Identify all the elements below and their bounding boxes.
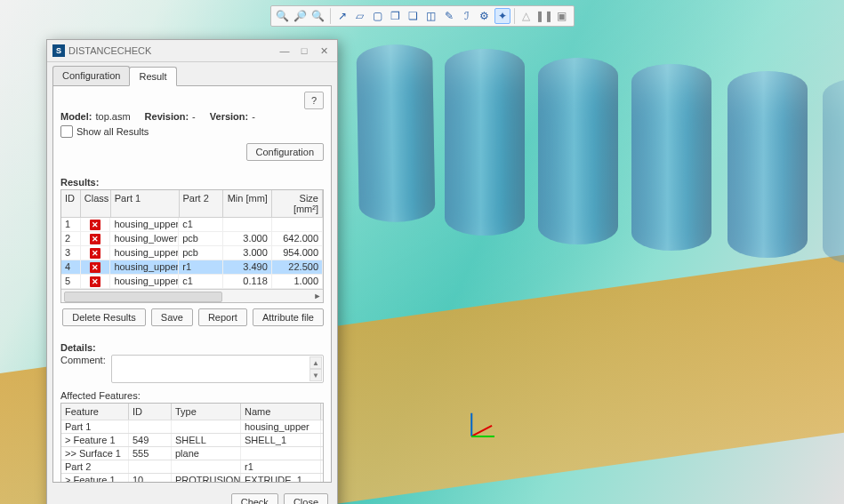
table-row[interactable]: 2✕housing_lowerpcb3.000642.000 [61, 232, 323, 246]
gear-icon[interactable]: ⚙ [477, 8, 493, 24]
show-all-label: Show all Results [76, 126, 149, 137]
col-part1[interactable]: Part 1 [111, 190, 180, 217]
dialog-titlebar[interactable]: S DISTANCECHECK — □ ✕ [47, 40, 337, 62]
error-icon: ✕ [90, 234, 100, 244]
col-id[interactable]: ID [61, 190, 81, 217]
col-fid[interactable]: ID [129, 404, 172, 420]
orientation-triad[interactable] [471, 400, 507, 436]
table-row[interactable]: > Feature 1549SHELLSHELL_1 [61, 434, 323, 447]
tab-result[interactable]: Result [129, 67, 176, 86]
dialog-title: DISTANCECHECK [68, 45, 151, 56]
col-type[interactable]: Type [172, 404, 241, 420]
results-grid[interactable]: ID Class Part 1 Part 2 Min [mm] Size [mm… [60, 189, 324, 303]
maximize-button[interactable]: □ [294, 43, 314, 59]
box-icon[interactable]: ▢ [370, 8, 386, 24]
table-row[interactable]: 5✕housing_upperc10.1181.000 [61, 275, 323, 289]
error-icon: ✕ [90, 248, 100, 259]
table-row[interactable]: 4✕housing_upperr13.49022.500 [61, 260, 323, 275]
zoom-window-icon[interactable]: 🔎 [293, 8, 309, 24]
revision-label: Revision: [145, 111, 189, 122]
edge-icon[interactable]: ▱ [352, 8, 368, 24]
col-part2[interactable]: Part 2 [180, 190, 223, 217]
tab-strip: Configuration Result [47, 62, 337, 85]
stop-icon[interactable]: ▣ [554, 8, 570, 24]
attribute-file-button[interactable]: Attribute file [253, 308, 324, 326]
version-label: Version: [210, 111, 248, 122]
check-button[interactable]: Check [231, 493, 278, 504]
toolbar-separator [330, 8, 331, 24]
table-row[interactable]: Part 1housing_upper [61, 420, 323, 434]
pencil-icon[interactable]: ✎ [441, 8, 457, 24]
col-name[interactable]: Name [241, 404, 321, 420]
close-window-button[interactable]: ✕ [314, 43, 334, 59]
model-label: Model: [60, 111, 92, 122]
dialog-footer: Check Close [47, 488, 337, 504]
col-feature[interactable]: Feature [61, 404, 129, 420]
table-row[interactable]: Part 2r1 [61, 460, 323, 474]
layers2-icon[interactable]: ❏ [406, 8, 422, 24]
col-size[interactable]: Size [mm²] [272, 190, 323, 217]
features-grid[interactable]: Feature ID Type Name Part 1housing_upper… [60, 403, 324, 483]
layers-icon[interactable]: ❐ [388, 8, 404, 24]
triangle-icon[interactable]: △ [518, 8, 535, 24]
zoom-in-icon[interactable]: 🔍 [275, 8, 291, 24]
details-heading: Details: [60, 342, 324, 353]
version-value: - [252, 111, 255, 122]
zoom-out-icon[interactable]: 🔍 [310, 8, 326, 24]
affected-features-label: Affected Features: [60, 390, 324, 401]
pause-icon[interactable]: ❚❚ [536, 8, 552, 24]
col-min[interactable]: Min [mm] [223, 190, 272, 217]
results-heading: Results: [60, 177, 324, 188]
comment-label: Comment: [60, 355, 106, 365]
table-row[interactable]: 1✕housing_upperc1 [61, 218, 323, 232]
model-value: top.asm [95, 111, 130, 122]
comment-input[interactable]: ▲▼ [111, 355, 324, 383]
view-toolbar: 🔍 🔎 🔍 ↗ ▱ ▢ ❐ ❏ ◫ ✎ ℐ ⚙ ✦ △ ❚❚ ▣ [270, 5, 575, 27]
toolbar-separator [514, 8, 515, 24]
close-button[interactable]: Close [284, 493, 328, 504]
axes-icon[interactable]: ✦ [494, 8, 510, 24]
table-row[interactable]: >> Surface 1555plane [61, 447, 323, 460]
error-icon: ✕ [90, 276, 100, 287]
results-scrollbar[interactable]: ◄► [61, 289, 323, 302]
report-button[interactable]: Report [198, 308, 247, 326]
brush-icon[interactable]: ℐ [459, 8, 475, 24]
revision-value: - [192, 111, 196, 122]
save-button[interactable]: Save [151, 308, 193, 326]
view-icon[interactable]: ◫ [423, 8, 439, 24]
pointer-icon[interactable]: ↗ [334, 8, 350, 24]
col-class[interactable]: Class [81, 190, 111, 217]
error-icon: ✕ [90, 220, 100, 230]
error-icon: ✕ [90, 262, 100, 273]
minimize-button[interactable]: — [275, 43, 294, 59]
help-button[interactable]: ? [304, 92, 324, 109]
show-all-checkbox[interactable] [60, 125, 73, 138]
distancecheck-dialog: S DISTANCECHECK — □ ✕ Configuration Resu… [46, 39, 338, 504]
tab-body: ? Model: top.asm Revision: - Version: - … [52, 85, 332, 483]
table-row[interactable]: 3✕housing_upperpcb3.000954.000 [61, 246, 323, 260]
app-logo-icon: S [52, 44, 65, 57]
table-row[interactable]: > Feature 110PROTRUSIONEXTRUDE_1 [61, 474, 323, 483]
tab-configuration[interactable]: Configuration [52, 66, 130, 85]
delete-results-button[interactable]: Delete Results [62, 308, 146, 326]
configuration-button[interactable]: Configuration [246, 143, 324, 161]
